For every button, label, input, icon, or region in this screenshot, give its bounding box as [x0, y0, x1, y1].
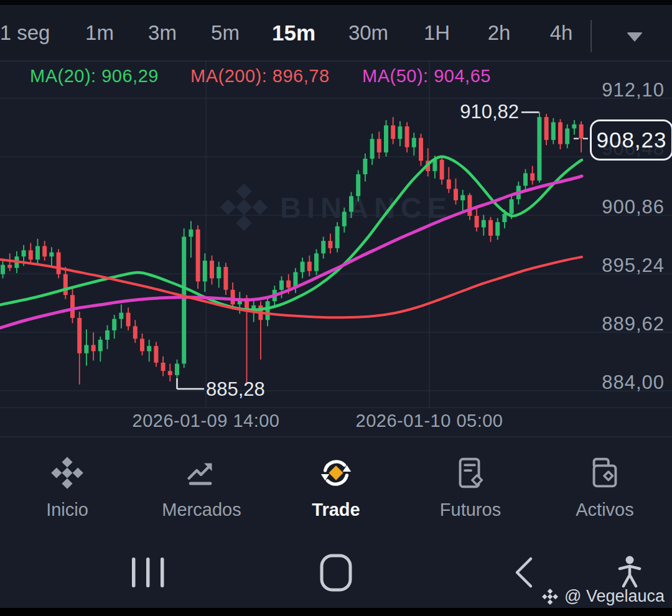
binance-home-icon	[48, 454, 86, 492]
bottom-navigation: Inicio Mercados Trade	[0, 436, 672, 537]
price-axis-label: 900,86	[540, 196, 665, 218]
recents-icon[interactable]	[132, 558, 164, 587]
ma-line-MA(200)	[0, 257, 582, 317]
ma-line-MA(20)	[0, 157, 582, 310]
home-icon[interactable]	[322, 556, 350, 590]
tab-30m[interactable]: 30m	[348, 5, 388, 60]
high-price-annotation: 910,82	[442, 101, 519, 123]
svg-text:BINANCE: BINANCE	[280, 191, 452, 224]
ma200-indicator-label: MA(200): 896,78	[190, 66, 330, 86]
current-price-badge: 908,23	[590, 119, 672, 161]
nav-item-trade[interactable]: Trade	[269, 437, 403, 537]
tab-4h[interactable]: 4h	[550, 5, 573, 60]
binance-trading-app: 1 seg 1m 3m 5m 15m 30m 1H 2h 4h MA(20): …	[0, 0, 672, 616]
tab-1m[interactable]: 1m	[85, 5, 114, 60]
binance-diamond-glyph	[220, 184, 268, 231]
screen-bottom-strip	[0, 608, 672, 616]
date-axis-label: 2026-01-09 14:00	[106, 411, 306, 431]
futures-contract-icon	[451, 454, 490, 492]
nav-label: Futuros	[403, 500, 538, 520]
nav-label: Trade	[269, 500, 403, 520]
tab-3m[interactable]: 3m	[148, 5, 177, 60]
credit-watermark: @ Vegelauca	[541, 587, 665, 606]
nav-item-inicio[interactable]: Inicio	[0, 437, 134, 537]
caret-down-icon[interactable]	[627, 32, 643, 42]
tab-1H[interactable]: 1H	[424, 5, 450, 60]
nav-item-futuros[interactable]: Futuros	[403, 437, 538, 537]
back-icon[interactable]	[517, 559, 531, 586]
nav-label: Activos	[538, 500, 672, 520]
candles	[1, 111, 584, 385]
price-axis-label: 884,00	[540, 371, 665, 394]
assets-wallet-icon	[586, 454, 624, 492]
price-axis-label: 912,10	[540, 79, 665, 101]
binance-diamond-glyph	[542, 589, 558, 605]
ma20-indicator-label: MA(20): 906,29	[30, 66, 159, 86]
nav-item-mercados[interactable]: Mercados	[134, 437, 269, 537]
binance-diamond-glyph	[51, 457, 83, 489]
tab-5m[interactable]: 5m	[211, 5, 240, 60]
accessibility-icon[interactable]	[620, 556, 640, 587]
tab-1seg[interactable]: 1 seg	[0, 5, 50, 60]
ma50-indicator-label: MA(50): 904,65	[362, 66, 491, 86]
price-axis-label: 889,62	[540, 313, 665, 335]
trade-cycle-icon	[317, 454, 355, 492]
tab-divider	[590, 20, 592, 52]
low-price-annotation: 885,28	[206, 378, 265, 401]
binance-logo-icon	[541, 587, 559, 606]
nav-label: Mercados	[134, 500, 269, 520]
markets-trend-icon	[182, 454, 221, 492]
credit-text: @ Vegelauca	[564, 587, 665, 606]
low-annotation-line	[177, 378, 205, 389]
nav-label: Inicio	[0, 500, 134, 520]
date-axis-label: 2026-01-10 05:00	[330, 411, 529, 431]
price-axis-label: 895,24	[540, 254, 665, 277]
timeframe-bar: 1 seg 1m 3m 5m 15m 30m 1H 2h 4h	[0, 5, 672, 62]
nav-item-activos[interactable]: Activos	[538, 437, 672, 537]
tab-2h[interactable]: 2h	[488, 5, 511, 60]
binance-watermark: BINANCE	[220, 184, 452, 231]
tab-15m[interactable]: 15m	[272, 5, 315, 60]
